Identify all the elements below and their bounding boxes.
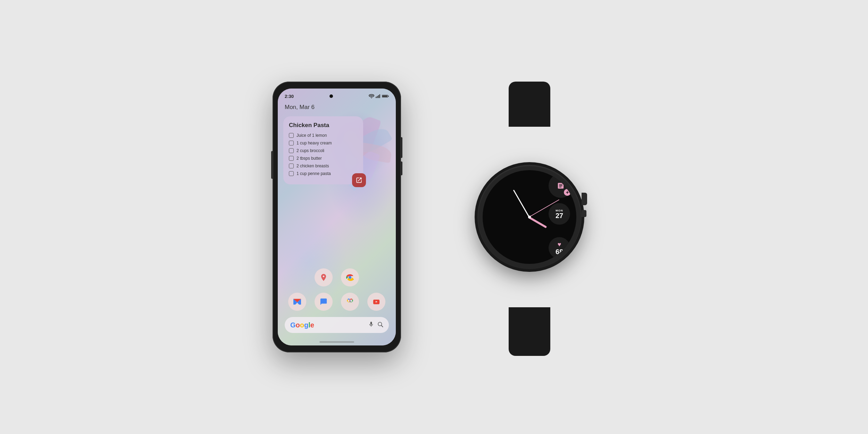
youtube-app-icon[interactable]	[367, 293, 385, 311]
heart-rate-value: 68	[556, 248, 563, 255]
tasks-complication[interactable]: +	[549, 174, 573, 198]
widget-open-button[interactable]	[352, 173, 366, 187]
recipe-widget[interactable]: Chicken Pasta Juice of 1 lemon 1 cup hea…	[283, 116, 363, 184]
chrome-icon	[346, 273, 354, 282]
svg-rect-5	[388, 96, 389, 97]
checkbox-5[interactable]	[289, 164, 294, 168]
youtube-icon	[373, 298, 380, 306]
external-link-icon	[356, 177, 362, 184]
camera-hole	[329, 94, 333, 98]
search-bar[interactable]: Google	[285, 317, 389, 333]
svg-rect-0	[376, 97, 376, 98]
widget-title: Chicken Pasta	[289, 122, 358, 129]
list-item[interactable]: 2 cups broccoli	[289, 148, 358, 153]
pinwheel-icon	[346, 298, 354, 306]
home-indicator	[319, 341, 354, 343]
watch-case: + MON 27 ♥ 68	[477, 165, 582, 269]
svg-rect-2	[378, 95, 379, 98]
gmail-app-icon[interactable]	[288, 293, 306, 311]
heart-icon: ♥	[558, 241, 561, 248]
status-bar: 2:30	[278, 89, 396, 101]
checkbox-4[interactable]	[289, 156, 294, 161]
hour-hand	[528, 216, 547, 228]
minute-hand	[513, 190, 530, 217]
power-button[interactable]	[401, 137, 402, 158]
gmail-icon	[293, 299, 301, 305]
microphone-icon[interactable]	[368, 321, 374, 329]
app-icons-row2	[278, 293, 396, 311]
phone-screen: 2:30	[278, 89, 396, 345]
item-text-3: 2 cups broccoli	[297, 148, 324, 153]
clock-face: + MON 27 ♥ 68	[483, 170, 576, 264]
item-text-1: Juice of 1 lemon	[297, 133, 327, 138]
watch-device: + MON 27 ♥ 68	[464, 116, 595, 318]
calendar-complication[interactable]: MON 27	[549, 203, 570, 225]
svg-line-10	[381, 325, 383, 327]
watch-band-top	[509, 82, 550, 127]
item-text-5: 2 chicken breasts	[297, 164, 329, 168]
svg-rect-6	[382, 95, 387, 97]
watch-band-bottom	[509, 307, 550, 356]
center-dot	[528, 216, 531, 218]
item-text-2: 1 cup heavy cream	[297, 141, 332, 145]
list-item[interactable]: 2 chicken breasts	[289, 164, 358, 168]
battery-icon	[382, 94, 389, 98]
volume-down-button[interactable]	[271, 151, 273, 179]
svg-rect-1	[377, 96, 378, 98]
scene: 2:30	[0, 0, 868, 434]
checkbox-2[interactable]	[289, 141, 294, 145]
svg-rect-3	[379, 94, 380, 98]
list-item[interactable]: Juice of 1 lemon	[289, 133, 358, 138]
heart-rate-complication[interactable]: ♥ 68	[549, 237, 570, 259]
item-text-6: 1 cup penne pasta	[297, 171, 331, 176]
item-text-4: 2 tbsps butter	[297, 156, 322, 161]
svg-point-8	[350, 301, 351, 302]
watch-button[interactable]	[582, 210, 586, 217]
list-item[interactable]: 1 cup penne pasta	[289, 171, 358, 176]
list-item[interactable]: 1 cup heavy cream	[289, 141, 358, 145]
lens-icon[interactable]	[377, 321, 383, 329]
wifi-icon	[369, 94, 374, 98]
pinwheel-app-icon[interactable]	[341, 293, 359, 311]
phone-device: 2:30	[273, 82, 401, 352]
calendar-number: 27	[556, 212, 563, 219]
status-time: 2:30	[285, 94, 294, 99]
chrome-app-icon[interactable]	[341, 268, 359, 286]
watch-crown[interactable]	[582, 193, 587, 205]
signal-icon	[376, 94, 381, 98]
maps-app-icon[interactable]	[315, 268, 333, 286]
google-logo: Google	[290, 321, 314, 329]
list-item[interactable]: 2 tbsps butter	[289, 156, 358, 161]
messages-app-icon[interactable]	[315, 293, 333, 311]
messages-icon	[320, 298, 327, 306]
location-icon	[319, 273, 328, 282]
checkbox-6[interactable]	[289, 171, 294, 176]
status-icons	[369, 94, 389, 98]
tasks-icon	[557, 182, 565, 190]
svg-point-7	[349, 276, 351, 279]
watch-screen: + MON 27 ♥ 68	[483, 170, 576, 264]
checkbox-1[interactable]	[289, 133, 294, 138]
checkbox-3[interactable]	[289, 148, 294, 153]
app-icons-row1	[278, 268, 396, 286]
volume-up-button[interactable]	[401, 161, 402, 175]
phone-date: Mon, Mar 6	[285, 104, 315, 111]
